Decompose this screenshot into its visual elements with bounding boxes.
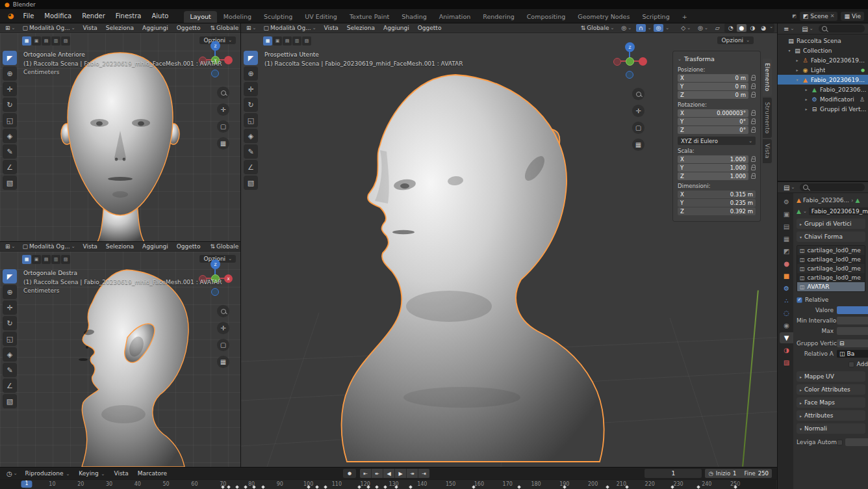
select-mode-intersect-icon[interactable]: ▨ — [61, 36, 70, 46]
outliner-item[interactable]: ▸ ▲ Fabio_20230619_m — [778, 85, 868, 94]
vertex-group-field[interactable]: ⊟ — [837, 339, 868, 347]
select-box-icon[interactable]: ◤ — [3, 51, 17, 65]
measure-icon[interactable]: ∠ — [3, 378, 17, 393]
sidebar-tab[interactable]: Vista — [763, 139, 772, 163]
proportional-dropdown[interactable]: ⌄ — [665, 25, 669, 31]
timeline-ruler[interactable]: 1020304050607080901001101201301401501601… — [0, 479, 777, 489]
keyframe-diamond[interactable] — [366, 485, 370, 489]
workspace-tab[interactable]: Animation — [433, 11, 476, 23]
lock-icon[interactable] — [751, 112, 756, 116]
viewport-front-canvas[interactable]: ▦ ▣ ▤ ▥ ▨ Opzioni⌄ ◤ ⊕ — [0, 33, 240, 241]
proportional-toggle[interactable]: ◎ — [654, 24, 664, 32]
add-cube-icon[interactable]: ▧ — [3, 394, 17, 408]
lock-icon[interactable] — [751, 159, 756, 162]
transform-icon[interactable]: ◈ — [3, 347, 17, 362]
select-mode-new-icon[interactable]: ▦ — [22, 36, 31, 46]
outliner-search-input[interactable] — [819, 25, 865, 33]
mode-dropdown[interactable]: ▢Modalità Og...⌄ — [19, 243, 77, 250]
add-rest-position-checkbox[interactable] — [849, 362, 854, 367]
current-frame-field[interactable]: 1 — [645, 469, 702, 478]
world-icon[interactable]: ● — [780, 258, 793, 269]
outliner-item[interactable]: ▸ ⊟ Gruppi di Vertici — [778, 104, 868, 114]
timeline-menu-item[interactable]: Keying — [75, 470, 108, 477]
render-icon[interactable]: ▣ — [780, 209, 793, 220]
keyframe-diamond[interactable] — [235, 485, 239, 489]
shape-key-item[interactable]: ◫ cartilage_lod0_me — [797, 246, 865, 255]
select-mode-invert-icon[interactable]: ▥ — [292, 36, 301, 46]
axis-x-neg-icon[interactable] — [613, 58, 621, 66]
dimension-field[interactable]: Y0.235 m — [678, 199, 756, 207]
mode-dropdown[interactable]: ▢Modalità Og...⌄ — [261, 24, 318, 32]
keyframe-diamond[interactable] — [375, 485, 379, 489]
workspace-tab[interactable]: Compositing — [521, 11, 572, 23]
select-mode-subtract-icon[interactable]: ▤ — [42, 36, 51, 46]
keyframe-diamond[interactable] — [563, 485, 567, 489]
shape-key-item[interactable]: ◫ AVATAR — [797, 282, 865, 291]
workspace-tab[interactable]: UV Editing — [299, 11, 343, 23]
object-icon[interactable]: ■ — [780, 271, 793, 282]
panel-normals[interactable]: ▾Normali — [797, 423, 865, 434]
shape-key-item[interactable]: ◫ cartilage_lod0_me — [797, 255, 865, 264]
keyframe-diamond[interactable] — [625, 485, 629, 489]
disclosure-icon[interactable]: ▸ — [795, 58, 800, 62]
annotate-icon[interactable]: ✎ — [3, 144, 17, 159]
keyframe-diamond[interactable] — [696, 485, 700, 489]
timeline-menu-item[interactable]: Riproduzione — [21, 470, 74, 477]
axis-x-icon[interactable]: X — [224, 274, 233, 283]
transform-icon[interactable]: ◈ — [244, 129, 258, 143]
outliner-item[interactable]: ▸ ♙ Fabio_20230619_m — [778, 55, 868, 65]
blender-app-icon[interactable]: ◕ — [4, 9, 18, 23]
camera-view-icon[interactable]: ▢ — [217, 120, 229, 133]
workspace-tab[interactable]: Shading — [396, 11, 433, 23]
rotation-field[interactable]: X0.000003° — [678, 109, 748, 117]
shading-rendered-icon[interactable]: ◕ — [758, 24, 769, 32]
properties-search-input[interactable] — [800, 183, 865, 191]
position-field[interactable]: Y0 m — [678, 83, 748, 90]
scale-icon[interactable]: ◱ — [3, 113, 17, 127]
auto-smooth-angle-field[interactable] — [845, 438, 868, 446]
play-back-icon[interactable]: ◀ — [383, 469, 394, 478]
viewport-menu-item[interactable]: Oggetto — [415, 25, 445, 31]
shape-key-item[interactable]: ◫ cartilage_lod0_me — [797, 273, 865, 282]
axis-z-neg-icon[interactable] — [626, 71, 633, 79]
viewport-menu-item[interactable]: Oggetto — [173, 25, 204, 31]
select-mode-new-icon[interactable]: ▦ — [22, 255, 31, 264]
shading-material-icon[interactable]: ◑ — [747, 24, 758, 32]
transform-panel-header[interactable]: ⌄Trasforma — [678, 54, 756, 64]
workspace-tab[interactable]: + — [676, 11, 693, 23]
disclosure-icon[interactable]: ▾ — [795, 77, 800, 82]
view-layer-selector[interactable]: ▦ Vie — [841, 12, 864, 21]
grid-ortho-icon[interactable]: ▦ — [217, 356, 229, 368]
jump-start-icon[interactable]: ⇤ — [360, 469, 371, 478]
editor-3dview-icon[interactable]: ⊞⌄ — [3, 243, 18, 250]
modifier-icon[interactable]: ⚙ — [780, 283, 793, 294]
menu-item[interactable]: Finestra — [110, 9, 147, 23]
scale-field[interactable]: Y1.000 — [678, 164, 748, 172]
cursor-icon[interactable]: ⊕ — [3, 285, 17, 299]
range-max-field[interactable] — [837, 327, 868, 335]
lock-icon[interactable] — [751, 86, 756, 89]
collapsed-panel[interactable]: ▸Color Attributes — [797, 384, 865, 395]
snap-toggle[interactable]: ∩ — [636, 24, 646, 32]
keyframe-diamond[interactable] — [315, 485, 319, 489]
xray-toggle[interactable]: ▱ — [713, 24, 722, 32]
keyframe-diamond[interactable] — [253, 485, 257, 489]
outliner-item[interactable]: ▾ ▲ Fabio_20230619_mhid_ — [778, 75, 868, 85]
mode-dropdown[interactable]: ▢Modalità Og...⌄ — [19, 24, 77, 32]
collapsed-panel[interactable]: ▸Attributes — [797, 410, 865, 421]
texture-icon[interactable]: ▨ — [780, 357, 793, 368]
data-icon[interactable]: ▼ — [780, 332, 793, 343]
keyframe-diamond[interactable] — [409, 485, 413, 489]
select-mode-subtract-icon[interactable]: ▤ — [283, 36, 292, 46]
menu-item[interactable]: Render — [77, 9, 110, 23]
rotate-icon[interactable]: ↻ — [3, 316, 17, 330]
lock-icon[interactable] — [751, 94, 756, 98]
clock-icon[interactable]: ◷ — [708, 470, 713, 477]
axis-x-icon[interactable] — [224, 56, 233, 64]
viewport-menu-item[interactable]: Aggiungi — [380, 25, 413, 31]
workspace-tab[interactable]: Modeling — [218, 11, 257, 23]
breadcrumb-object[interactable]: Fabio_202306... — [803, 197, 849, 204]
keyframe-diamond[interactable] — [517, 485, 521, 489]
scene-type-icon[interactable]: ◩ — [792, 14, 797, 19]
measure-icon[interactable]: ∠ — [3, 160, 17, 174]
